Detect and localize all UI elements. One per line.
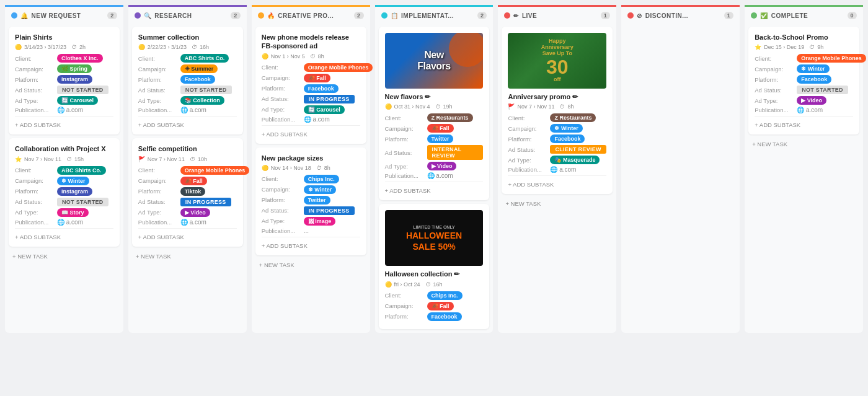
card-collaboration-project-x: Collaboration with Project X⭐ Nov 7 › No… (9, 138, 120, 246)
card-field: Platform:Tiktok (138, 187, 237, 196)
card-field: Client:ABC Shirts Co. (138, 54, 237, 63)
card-dates: ⭐ Dec 15 › Dec 19 ⏱ 9h (755, 44, 853, 50)
time-value: 16h (200, 44, 209, 50)
time-value: 16h (433, 281, 443, 288)
field-badge: ☀ Summer (180, 64, 218, 73)
field-badge: ❄ Winter (304, 185, 336, 194)
field-badge: Facebook (550, 134, 585, 143)
column-count: 1 (601, 12, 611, 19)
time-icon: ⏱ (425, 281, 431, 288)
field-label: Platform: (138, 76, 177, 83)
field-label: Publication... (138, 219, 177, 226)
card-dates: 🚩 Nov 7 › Nov 11 ⏱ 10h (138, 156, 237, 162)
column-icon: 🔥 (267, 12, 275, 19)
card-anniversary-promo: Happy Anniversary Save Up To 30 off Anni… (502, 27, 613, 194)
column-body-complete: Back-to-School Promo⭐ Dec 15 › Dec 19 ⏱ … (745, 23, 863, 333)
card-title: New flavors ✏ (385, 92, 484, 101)
field-label: Ad Status: (15, 87, 53, 94)
field-badge: ❄ Winter (797, 64, 829, 73)
column-status-dot (504, 12, 510, 19)
time-value: 2h (79, 44, 86, 50)
column-live: ✏LIVE1 Happy Anniversary Save Up To 30 o… (498, 5, 616, 333)
card-new-flavors: NewFlavorsNew flavors ✏🟡 Oct 31 › Nov 4 … (379, 27, 490, 200)
column-creative-pro: 🔥CREATIVE PRO...2New phone models releas… (252, 5, 370, 333)
column-header-complete: ✅COMPLETE0 (745, 5, 863, 23)
field-label: Campaign: (15, 177, 53, 184)
new-task-button[interactable]: + NEW TASK (9, 250, 120, 262)
time-icon: ⏱ (310, 53, 316, 59)
card-field: Publication...🌐 a.com (138, 219, 237, 226)
card-field: Ad Type:🔄 Carousel (262, 105, 360, 114)
column-header-live: ✏LIVE1 (498, 5, 616, 23)
new-task-button[interactable]: + NEW TASK (132, 250, 243, 262)
field-badge: ❄ Winter (550, 124, 582, 133)
card-title: Anniversary promo ✏ (508, 92, 606, 101)
card-field: Platform:Twitter (385, 134, 484, 143)
card-field: Platform:Facebook (385, 312, 484, 321)
field-badge: 🌿 Spring (57, 64, 92, 73)
new-task-button[interactable]: + NEW TASK (255, 259, 366, 271)
add-subtask-button[interactable]: + ADD SUBTASK (262, 128, 360, 138)
field-value: 🌐 a.com (427, 172, 453, 179)
add-subtask-button[interactable]: + ADD SUBTASK (508, 178, 606, 188)
column-label: COMPLETE (771, 12, 808, 19)
card-new-package-sizes: New package sizes🟡 Nov 14 › Nov 18 ⏱ 8hC… (255, 147, 366, 255)
time-icon: ⏱ (66, 156, 72, 162)
column-label: LIVE (522, 12, 537, 19)
card-field: Ad Status:IN PROGRESS (262, 95, 360, 103)
card-halloween-collection: LIMITED TIME ONLY HALLOWEEN SALE 50% Hal… (379, 204, 490, 328)
date-icon: 🟡 (262, 53, 268, 59)
card-title: Collaboration with Project X (15, 144, 113, 153)
card-field: Campaign:❄ Winter (508, 124, 606, 133)
field-badge: Twitter (304, 196, 330, 205)
card-field: Client:Clothes X Inc. (15, 54, 113, 63)
card-field: Campaign:🍂 Fall (385, 124, 484, 133)
card-field: Publication...🌐 a.com (262, 116, 360, 123)
field-status: NOT STARTED (57, 198, 108, 206)
field-label: Ad Status: (755, 87, 793, 94)
add-subtask-button[interactable]: + ADD SUBTASK (15, 119, 113, 128)
date-range: Nov 14 › Nov 18 (271, 165, 311, 171)
add-subtask-button[interactable]: + ADD SUBTASK (138, 231, 237, 240)
column-icon: ✅ (760, 12, 768, 19)
new-task-button[interactable]: + NEW TASK (748, 138, 859, 150)
time-icon: ⏱ (316, 165, 322, 171)
time-value: 10h (198, 156, 207, 162)
time-icon: ⏱ (190, 156, 195, 162)
time-icon: ⏱ (71, 44, 77, 50)
card-field: Ad Status:NOT STARTED (15, 198, 113, 206)
field-badge: Clothes X Inc. (57, 54, 103, 63)
date-icon: 🟡 (15, 44, 22, 50)
date-icon: ⭐ (755, 44, 761, 50)
add-subtask-button[interactable]: + ADD SUBTASK (138, 119, 237, 128)
date-range: 3/14/23 › 3/17/23 (24, 44, 66, 50)
add-subtask-button[interactable]: + ADD SUBTASK (15, 231, 113, 240)
field-label: Ad Type: (755, 97, 793, 104)
field-value: 🌐 a.com (797, 107, 823, 113)
field-value: 🌐 a.com (550, 166, 576, 173)
add-subtask-button[interactable]: + ADD SUBTASK (385, 185, 484, 194)
column-implementation: 📋IMPLEMENTAT...2NewFlavorsNew flavors ✏🟡… (375, 5, 494, 333)
time-icon: ⏱ (809, 44, 815, 50)
date-range: Nov 7 › Nov 11 (24, 156, 61, 162)
column-count: 2 (477, 12, 487, 19)
time-value: 8h (567, 103, 574, 110)
field-label: Ad Type: (385, 163, 423, 170)
card-back-to-school-promo: Back-to-School Promo⭐ Dec 15 › Dec 19 ⏱ … (748, 27, 859, 134)
field-badge: Z Restaurants (550, 113, 596, 122)
date-range: Nov 7 › Nov 11 (517, 103, 554, 110)
field-label: Platform: (755, 76, 793, 83)
card-field: Publication...🌐 a.com (508, 166, 606, 173)
field-value: 🌐 a.com (304, 116, 330, 123)
column-icon: 📋 (391, 12, 399, 19)
new-task-button[interactable]: + NEW TASK (502, 198, 613, 209)
field-label: Ad Status: (508, 146, 546, 153)
field-label: Campaign: (755, 66, 793, 73)
add-subtask-button[interactable]: + ADD SUBTASK (262, 240, 360, 249)
card-field: Ad Status:IN PROGRESS (262, 206, 360, 215)
card-field: Platform:Facebook (138, 75, 237, 84)
add-subtask-button[interactable]: + ADD SUBTASK (755, 119, 853, 128)
card-field: Platform:Instagram (15, 187, 113, 196)
column-count: 1 (724, 12, 734, 19)
field-value: 🌐 a.com (180, 219, 206, 226)
